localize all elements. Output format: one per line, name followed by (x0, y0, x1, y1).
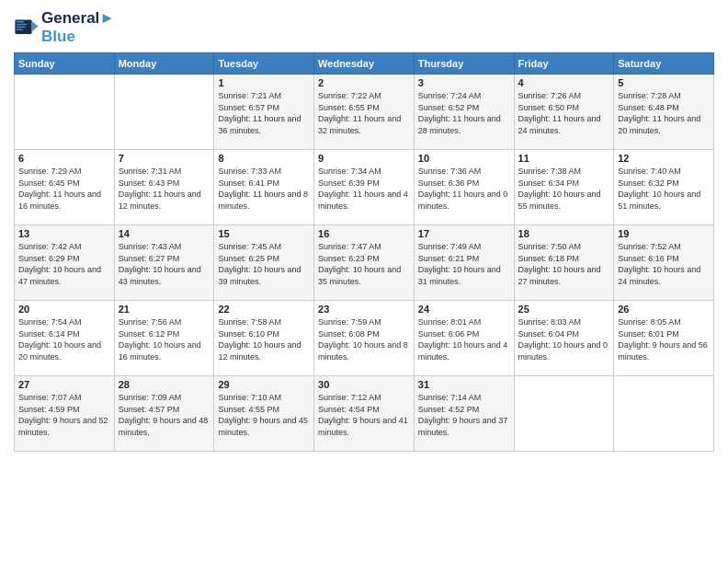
cell-info: Sunrise: 7:21 AMSunset: 6:57 PMDaylight:… (218, 90, 310, 136)
cell-info: Sunrise: 8:03 AMSunset: 6:04 PMDaylight:… (518, 316, 610, 362)
day-number: 6 (18, 153, 110, 164)
day-number: 26 (618, 304, 710, 315)
calendar-cell: 6Sunrise: 7:29 AMSunset: 6:45 PMDaylight… (15, 150, 115, 225)
cell-info: Sunrise: 7:40 AMSunset: 6:32 PMDaylight:… (618, 166, 710, 212)
svg-rect-4 (17, 26, 26, 27)
day-number: 22 (218, 304, 310, 315)
calendar-cell: 26Sunrise: 8:05 AMSunset: 6:01 PMDayligh… (614, 301, 714, 376)
day-number: 5 (618, 77, 710, 88)
day-number: 21 (119, 304, 210, 315)
day-number: 24 (418, 304, 510, 315)
cell-info: Sunrise: 7:31 AMSunset: 6:43 PMDaylight:… (119, 166, 210, 212)
calendar-week-row: 27Sunrise: 7:07 AMSunset: 4:59 PMDayligh… (15, 376, 714, 452)
header-row: SundayMondayTuesdayWednesdayThursdayFrid… (15, 53, 714, 75)
calendar-cell (614, 376, 714, 452)
cell-info: Sunrise: 7:52 AMSunset: 6:16 PMDaylight:… (618, 241, 710, 287)
calendar-body: 1Sunrise: 7:21 AMSunset: 6:57 PMDaylight… (15, 75, 714, 452)
header-day: Thursday (414, 53, 514, 75)
cell-info: Sunrise: 7:24 AMSunset: 6:52 PMDaylight:… (418, 90, 510, 136)
day-number: 11 (518, 153, 610, 164)
calendar-cell: 5Sunrise: 7:28 AMSunset: 6:48 PMDaylight… (614, 75, 714, 150)
calendar-cell: 18Sunrise: 7:50 AMSunset: 6:18 PMDayligh… (514, 225, 614, 301)
header-day: Monday (114, 53, 214, 75)
day-number: 15 (218, 228, 310, 239)
calendar-cell: 11Sunrise: 7:38 AMSunset: 6:34 PMDayligh… (514, 150, 614, 225)
header-day: Tuesday (214, 53, 314, 75)
day-number: 4 (518, 77, 610, 88)
calendar-cell: 14Sunrise: 7:43 AMSunset: 6:27 PMDayligh… (114, 225, 214, 301)
cell-info: Sunrise: 7:28 AMSunset: 6:48 PMDaylight:… (618, 90, 710, 136)
day-number: 8 (218, 153, 310, 164)
day-number: 19 (618, 228, 710, 239)
day-number: 20 (18, 304, 110, 315)
day-number: 27 (18, 379, 110, 390)
svg-marker-1 (32, 21, 39, 31)
cell-info: Sunrise: 7:50 AMSunset: 6:18 PMDaylight:… (518, 241, 610, 287)
day-number: 14 (119, 228, 210, 239)
logo-text: General► Blue (41, 9, 115, 45)
cell-info: Sunrise: 7:47 AMSunset: 6:23 PMDaylight:… (318, 241, 410, 287)
calendar-cell: 1Sunrise: 7:21 AMSunset: 6:57 PMDaylight… (214, 75, 314, 150)
cell-info: Sunrise: 7:38 AMSunset: 6:34 PMDaylight:… (518, 166, 610, 212)
cell-info: Sunrise: 7:26 AMSunset: 6:50 PMDaylight:… (518, 90, 610, 136)
day-number: 2 (318, 77, 410, 88)
calendar-cell: 20Sunrise: 7:54 AMSunset: 6:14 PMDayligh… (15, 301, 115, 376)
calendar-week-row: 13Sunrise: 7:42 AMSunset: 6:29 PMDayligh… (15, 225, 714, 301)
cell-info: Sunrise: 7:12 AMSunset: 4:54 PMDaylight:… (318, 392, 410, 438)
cell-info: Sunrise: 7:42 AMSunset: 6:29 PMDaylight:… (18, 241, 110, 287)
day-number: 31 (418, 379, 510, 390)
cell-info: Sunrise: 7:09 AMSunset: 4:57 PMDaylight:… (119, 392, 210, 438)
cell-info: Sunrise: 7:56 AMSunset: 6:12 PMDaylight:… (119, 316, 210, 362)
svg-rect-3 (17, 23, 27, 24)
svg-rect-5 (17, 29, 23, 29)
calendar-cell: 7Sunrise: 7:31 AMSunset: 6:43 PMDaylight… (114, 150, 214, 225)
logo: General► Blue (14, 9, 115, 45)
calendar-cell: 9Sunrise: 7:34 AMSunset: 6:39 PMDaylight… (314, 150, 415, 225)
calendar-cell: 3Sunrise: 7:24 AMSunset: 6:52 PMDaylight… (414, 75, 514, 150)
day-number: 25 (518, 304, 610, 315)
cell-info: Sunrise: 7:14 AMSunset: 4:52 PMDaylight:… (418, 392, 510, 438)
calendar-cell: 21Sunrise: 7:56 AMSunset: 6:12 PMDayligh… (114, 301, 214, 376)
calendar-cell: 19Sunrise: 7:52 AMSunset: 6:16 PMDayligh… (614, 225, 714, 301)
cell-info: Sunrise: 7:58 AMSunset: 6:10 PMDaylight:… (218, 316, 310, 362)
day-number: 7 (119, 153, 210, 164)
day-number: 30 (318, 379, 410, 390)
calendar-cell: 12Sunrise: 7:40 AMSunset: 6:32 PMDayligh… (614, 150, 714, 225)
calendar-cell: 2Sunrise: 7:22 AMSunset: 6:55 PMDaylight… (314, 75, 415, 150)
calendar-table: SundayMondayTuesdayWednesdayThursdayFrid… (14, 52, 714, 452)
calendar-cell: 10Sunrise: 7:36 AMSunset: 6:36 PMDayligh… (414, 150, 514, 225)
calendar-header: SundayMondayTuesdayWednesdayThursdayFrid… (15, 53, 714, 75)
calendar-page: General► Blue SundayMondayTuesdayWednesd… (0, 0, 728, 563)
cell-info: Sunrise: 8:05 AMSunset: 6:01 PMDaylight:… (618, 316, 710, 362)
calendar-week-row: 6Sunrise: 7:29 AMSunset: 6:45 PMDaylight… (15, 150, 714, 225)
cell-info: Sunrise: 7:43 AMSunset: 6:27 PMDaylight:… (119, 241, 210, 287)
cell-info: Sunrise: 7:49 AMSunset: 6:21 PMDaylight:… (418, 241, 510, 287)
cell-info: Sunrise: 7:22 AMSunset: 6:55 PMDaylight:… (318, 90, 410, 136)
day-number: 16 (318, 228, 410, 239)
calendar-cell: 29Sunrise: 7:10 AMSunset: 4:55 PMDayligh… (214, 376, 314, 452)
day-number: 13 (18, 228, 110, 239)
calendar-cell: 22Sunrise: 7:58 AMSunset: 6:10 PMDayligh… (214, 301, 314, 376)
cell-info: Sunrise: 7:59 AMSunset: 6:08 PMDaylight:… (318, 316, 410, 362)
logo-icon (14, 15, 40, 40)
calendar-week-row: 20Sunrise: 7:54 AMSunset: 6:14 PMDayligh… (15, 301, 714, 376)
calendar-cell: 13Sunrise: 7:42 AMSunset: 6:29 PMDayligh… (15, 225, 115, 301)
calendar-cell: 24Sunrise: 8:01 AMSunset: 6:06 PMDayligh… (414, 301, 514, 376)
calendar-cell (15, 75, 115, 150)
cell-info: Sunrise: 7:33 AMSunset: 6:41 PMDaylight:… (218, 166, 310, 212)
calendar-cell: 28Sunrise: 7:09 AMSunset: 4:57 PMDayligh… (114, 376, 214, 452)
cell-info: Sunrise: 8:01 AMSunset: 6:06 PMDaylight:… (418, 316, 510, 362)
calendar-cell: 4Sunrise: 7:26 AMSunset: 6:50 PMDaylight… (514, 75, 614, 150)
calendar-cell: 8Sunrise: 7:33 AMSunset: 6:41 PMDaylight… (214, 150, 314, 225)
day-number: 12 (618, 153, 710, 164)
day-number: 18 (518, 228, 610, 239)
day-number: 23 (318, 304, 410, 315)
calendar-cell: 25Sunrise: 8:03 AMSunset: 6:04 PMDayligh… (514, 301, 614, 376)
day-number: 1 (218, 77, 310, 88)
day-number: 29 (218, 379, 310, 390)
header-day: Wednesday (314, 53, 415, 75)
day-number: 10 (418, 153, 510, 164)
day-number: 28 (119, 379, 210, 390)
calendar-cell: 31Sunrise: 7:14 AMSunset: 4:52 PMDayligh… (414, 376, 514, 452)
calendar-cell: 23Sunrise: 7:59 AMSunset: 6:08 PMDayligh… (314, 301, 415, 376)
